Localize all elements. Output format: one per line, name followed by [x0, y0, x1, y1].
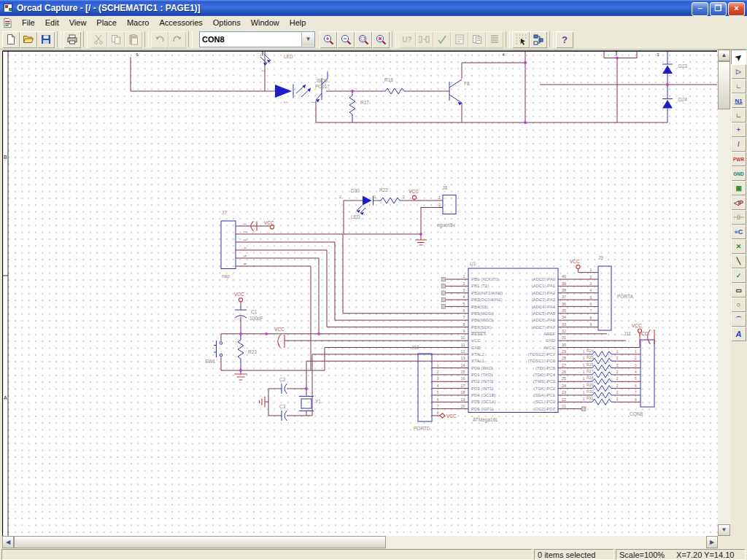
palette-rectangle[interactable]: ▭	[731, 283, 746, 298]
switch-sw1[interactable]: SW1	[205, 341, 222, 364]
palette-line[interactable]: ╲	[731, 254, 746, 268]
schematic-canvas[interactable]: 543BA	[2, 50, 718, 536]
wire-f8-collector[interactable]	[462, 63, 525, 79]
u1-pin-number: 3	[462, 288, 465, 292]
connector-j9[interactable]: J9 PORTA	[598, 255, 633, 330]
title-bar[interactable]: Orcad Capture - [/ - (SCHEMATIC1 : PAGE1…	[0, 0, 747, 16]
menu-help[interactable]: Help	[285, 17, 311, 29]
menu-options[interactable]: Options	[208, 17, 246, 29]
wire-j7-pin2[interactable]	[250, 234, 445, 314]
palette-arc[interactable]: ⌒	[731, 312, 746, 327]
ground-symbol-d30[interactable]	[415, 234, 427, 245]
wire-top-notch[interactable]	[604, 51, 637, 58]
capacitor-c2[interactable]: C2	[279, 377, 287, 394]
u1-pin-name: (ADC4) PA4	[531, 305, 555, 309]
help-button[interactable]: ?	[556, 31, 573, 48]
palette-polyline[interactable]: ✓	[731, 268, 746, 283]
u1-pin-number: 28	[562, 356, 566, 360]
horizontal-scrollbar[interactable]: ◀ ▶	[2, 536, 718, 548]
palette-wire[interactable]: ∟	[731, 79, 746, 93]
wire-j7-pin3[interactable]	[250, 242, 445, 320]
scroll-left-button[interactable]: ◀	[2, 536, 14, 548]
zoom-all-button[interactable]	[372, 31, 390, 48]
part-filter-input[interactable]	[200, 33, 301, 46]
scroll-up-button[interactable]: ▲	[718, 50, 730, 61]
wire-opto-led-anode[interactable]	[131, 57, 275, 91]
scroll-down-button[interactable]: ▼	[718, 524, 730, 536]
wire-cap-gnd[interactable]	[265, 389, 282, 416]
save-button[interactable]	[37, 31, 55, 48]
menu-place[interactable]: Place	[91, 17, 122, 29]
resistor-r22[interactable]: R22 1 2	[374, 187, 404, 203]
connector-j10[interactable]: J10 PORTD	[411, 345, 432, 431]
combobox-dropdown-button[interactable]: ▼	[301, 33, 314, 46]
optocoupler-iso6[interactable]: ISO6 PC817 2 1	[275, 71, 330, 104]
palette-bus[interactable]: ∟	[731, 108, 746, 122]
document-icon[interactable]	[2, 18, 13, 28]
palette-pin[interactable]: ⊣⊢	[731, 210, 746, 225]
new-document-button[interactable]	[2, 31, 20, 48]
bom-icon	[489, 34, 500, 45]
wire-sw1-bottom[interactable]	[221, 357, 241, 371]
led-d30[interactable]: D30 LED 2	[339, 188, 374, 219]
zoom-area-button[interactable]	[355, 31, 372, 48]
print-button[interactable]	[63, 31, 81, 48]
resistor-r18[interactable]: R18	[382, 77, 407, 94]
led-indicator-top[interactable]: LED 2	[260, 54, 293, 72]
snap-to-grid-button[interactable]	[512, 31, 530, 48]
vcc-symbol-d30[interactable]: VCC	[409, 189, 419, 201]
palette-off-page-connector[interactable]: «C	[731, 225, 746, 239]
zoom-out-button[interactable]	[337, 31, 355, 48]
minimize-button[interactable]: –	[692, 2, 708, 16]
palette-ellipse[interactable]: ○	[731, 298, 746, 312]
diode-d23[interactable]: D23	[662, 51, 687, 122]
vcc-symbol-j9[interactable]: VCC	[570, 259, 584, 273]
part-filter-combobox[interactable]: ▼	[199, 31, 315, 47]
palette-net-alias[interactable]: N1	[731, 93, 746, 108]
vertical-scroll-thumb[interactable]	[718, 61, 730, 109]
zoom-in-button[interactable]	[320, 31, 337, 48]
crystal-y1[interactable]: Y1 -	[297, 397, 321, 424]
menu-window[interactable]: Window	[246, 17, 285, 29]
palette-bus-entry[interactable]: /	[731, 137, 746, 152]
wire-j7-pin5[interactable]	[250, 258, 319, 334]
menu-file[interactable]: File	[17, 17, 40, 29]
palette-power[interactable]: PWR	[731, 152, 746, 166]
j11-ref: J11	[624, 331, 631, 336]
palette-text[interactable]: A	[731, 327, 746, 341]
palette-hierarchical-block[interactable]: ▣	[731, 181, 746, 195]
scroll-right-button[interactable]: ▶	[706, 536, 718, 548]
vcc-symbol-j10[interactable]: VCC	[432, 413, 457, 419]
horizontal-scroll-thumb[interactable]	[14, 536, 386, 548]
palette-part[interactable]: ▷	[731, 64, 746, 79]
wire-j7-pin4[interactable]	[250, 250, 445, 327]
resistor-r17[interactable]: R17	[349, 91, 369, 122]
connector-j8[interactable]: J8 nguon5v 1 2	[437, 185, 456, 228]
wire-u1-gnd[interactable]	[241, 348, 445, 371]
menu-edit[interactable]: Edit	[40, 17, 64, 29]
transistor-f8[interactable]: F8	[449, 79, 470, 105]
menu-accessories[interactable]: Accessories	[154, 17, 207, 29]
open-document-button[interactable]	[20, 31, 37, 48]
ground-symbol-r23[interactable]	[234, 374, 247, 380]
components[interactable]: LED 2 ISO6 PC817 2 1	[205, 51, 687, 431]
hierarchy-button[interactable]	[530, 31, 547, 48]
capacitor-c3[interactable]: C3	[279, 404, 287, 421]
palette-port[interactable]: ◁P	[731, 195, 746, 210]
close-button[interactable]: ×	[728, 2, 745, 16]
vertical-scrollbar[interactable]: ▲ ▼	[718, 50, 730, 536]
palette-no-connect[interactable]: ✕	[731, 239, 746, 254]
vcc-bar-symbol-u1[interactable]: VCC	[274, 327, 285, 348]
palette-junction[interactable]: +	[731, 122, 746, 137]
wire-j8-pin2[interactable]	[421, 208, 443, 235]
capacitor-c1[interactable]: VCC C1 100pF	[234, 292, 263, 322]
vcc-symbol-j7[interactable]: VCC	[251, 220, 274, 231]
ground-symbol-crystal[interactable]	[260, 397, 266, 408]
menu-macro[interactable]: Macro	[122, 17, 155, 29]
maximize-button[interactable]: ❐	[710, 2, 727, 16]
palette-ground[interactable]: GND	[731, 166, 746, 181]
resistor-r23[interactable]: R23	[238, 334, 257, 370]
palette-select[interactable]: ➤	[731, 50, 746, 64]
connector-j7[interactable]: J7 nap	[221, 210, 236, 279]
menu-view[interactable]: View	[64, 17, 92, 29]
